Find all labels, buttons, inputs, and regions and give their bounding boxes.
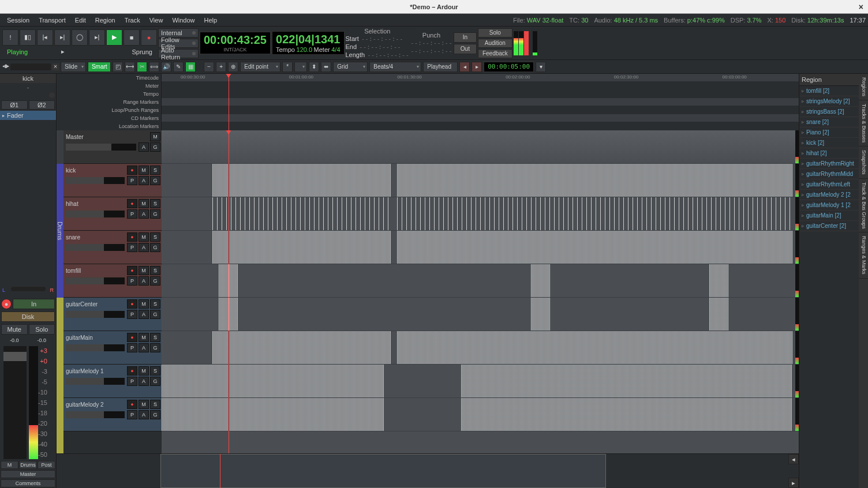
strip-in-button[interactable]: In <box>13 299 55 309</box>
gain-nudge-icon[interactable]: ◂▮▸ <box>2 63 9 70</box>
play-range-button[interactable]: ▸| <box>89 29 105 46</box>
track-auto[interactable]: A <box>139 176 149 185</box>
track-header-guitarCenter[interactable]: guitarCenter●MS PAG <box>63 298 162 331</box>
menu-track[interactable]: Track <box>120 17 145 24</box>
track-header-hihat[interactable]: hihat●MS PAG <box>63 197 162 231</box>
goto-end-button[interactable]: ▸| <box>54 29 70 46</box>
smart-mode-button[interactable]: Smart <box>88 62 111 72</box>
track-header-tomfill[interactable]: tomfill●MS PAG <box>63 264 162 298</box>
menu-edit[interactable]: Edit <box>70 17 91 24</box>
strip-mute-button[interactable]: Mute <box>1 324 28 335</box>
track-fader[interactable] <box>66 277 125 284</box>
ruler-label-tempo[interactable]: Tempo <box>57 90 159 98</box>
side-tab[interactable]: Regions <box>859 74 868 100</box>
punch-out-button[interactable]: Out <box>454 44 477 54</box>
track-auto[interactable]: A <box>139 343 149 352</box>
fader-slider[interactable] <box>3 346 27 459</box>
track-lane[interactable] <box>162 365 799 398</box>
track-fader[interactable] <box>66 144 136 151</box>
region-item[interactable]: Piano [2] <box>799 127 859 138</box>
ruler-label-loop[interactable]: Loop/Punch Ranges <box>57 106 159 114</box>
close-icon[interactable]: × <box>859 2 863 12</box>
region-list-header[interactable]: Region <box>799 74 859 86</box>
primary-clock[interactable]: 00:00:43:25 INT/JACK <box>200 32 271 54</box>
track-group[interactable]: G <box>150 243 160 252</box>
track-header-guitarMelody-2[interactable]: guitarMelody 2●MS PAG <box>63 398 162 431</box>
phase-2-button[interactable]: Ø2 <box>29 100 55 110</box>
menu-transport[interactable]: Transport <box>34 17 70 24</box>
menu-region[interactable]: Region <box>91 17 120 24</box>
draw-tool-button[interactable]: ✎ <box>173 62 184 72</box>
zoom-out-button[interactable]: − <box>204 62 214 72</box>
track-header-snare[interactable]: snare●MS PAG <box>63 231 162 264</box>
strip-solo-button[interactable]: Solo <box>29 324 55 335</box>
track-rec[interactable]: ● <box>127 199 137 208</box>
track-mute[interactable]: M <box>139 232 149 242</box>
menu-window[interactable]: Window <box>167 17 199 24</box>
edit-point-dropdown[interactable]: Edit point <box>240 62 280 72</box>
zoom-fit-button[interactable]: ⊕ <box>228 62 238 72</box>
track-group[interactable]: G <box>150 142 160 152</box>
auto-return-button[interactable]: Auto Return <box>158 49 199 58</box>
track-auto[interactable]: A <box>139 209 149 219</box>
track-mute[interactable]: M <box>139 333 149 342</box>
strip-close-button[interactable]: × <box>52 63 59 70</box>
stretch-tool-button[interactable]: ⟺ <box>149 62 159 72</box>
track-header-kick[interactable]: kick●MS PAG <box>63 164 162 197</box>
expand-tracks-button[interactable]: ⬍ <box>309 62 319 72</box>
track-playlist[interactable]: P <box>127 176 137 185</box>
track-solo[interactable]: S <box>150 400 160 409</box>
region-item[interactable]: guitarMelody 2 [2 <box>799 190 859 200</box>
side-tab[interactable]: Ranges & Marks <box>859 232 868 279</box>
nudge-forward-button[interactable]: ▸ <box>472 62 482 72</box>
track-playlist[interactable]: P <box>127 276 137 286</box>
track-mute[interactable]: M <box>139 266 149 275</box>
track-header-guitarMain[interactable]: guitarMain●MS PAG <box>63 331 162 365</box>
region-item[interactable]: tomfill [2] <box>799 86 859 96</box>
track-fader[interactable] <box>66 177 125 184</box>
track-canvas[interactable] <box>162 130 799 453</box>
track-lane[interactable] <box>162 331 799 365</box>
region-item[interactable]: guitarMelody 1 [2 <box>799 200 859 211</box>
zoom-in-button[interactable]: + <box>216 62 226 72</box>
track-solo[interactable]: S <box>150 333 160 342</box>
track-playlist[interactable]: P <box>127 209 137 219</box>
shrink-tracks-button[interactable]: ⬌ <box>321 62 331 72</box>
scroll-right-button[interactable]: ▸ <box>788 478 799 488</box>
track-lane[interactable] <box>162 298 799 331</box>
strip-record-button[interactable]: ● <box>1 299 12 309</box>
track-solo[interactable]: S <box>150 366 160 376</box>
ruler-label-cd[interactable]: CD Markers <box>57 114 159 122</box>
menu-help[interactable]: Help <box>200 17 222 24</box>
zoom-focus-dropdown[interactable]: Playhead <box>423 62 458 72</box>
track-solo[interactable]: S <box>150 232 160 242</box>
track-group[interactable]: G <box>150 377 160 386</box>
track-header-Master[interactable]: MasterM AG <box>63 130 162 164</box>
track-playlist[interactable]: P <box>127 410 137 419</box>
track-fader[interactable] <box>66 311 125 318</box>
track-group[interactable]: G <box>150 310 160 319</box>
audition-tool-button[interactable]: 🔊 <box>161 62 171 72</box>
track-group[interactable]: G <box>150 209 160 219</box>
edit-tool-button[interactable]: ▦ <box>185 62 196 72</box>
track-auto[interactable]: A <box>139 377 149 386</box>
track-playlist[interactable]: P <box>127 377 137 386</box>
shuttle-mode[interactable]: Sprung <box>132 48 152 55</box>
track-rec[interactable]: ● <box>127 400 137 409</box>
fader-tab[interactable]: Fader <box>0 111 56 120</box>
track-rec[interactable]: ● <box>127 366 137 376</box>
track-fader[interactable] <box>66 344 125 351</box>
gain-slider[interactable] <box>10 63 51 70</box>
track-auto[interactable]: A <box>139 310 149 319</box>
ruler-label-timecode[interactable]: Timecode <box>57 74 159 82</box>
region-item[interactable]: hihat [2] <box>799 148 859 159</box>
strip-track-name[interactable]: kick <box>0 74 56 83</box>
track-mute[interactable]: M <box>150 132 160 141</box>
secondary-clock[interactable]: 022|04|1341 Tempo 120.0 Meter 4/4 <box>272 31 345 55</box>
midi-panic-button[interactable]: ! <box>2 29 18 46</box>
strip-comments-button[interactable]: Comments <box>1 479 55 487</box>
strip-m-button[interactable]: M <box>1 461 18 469</box>
snap-to-dropdown[interactable]: Beats/4 <box>369 62 421 72</box>
track-solo[interactable]: S <box>150 299 160 309</box>
track-group[interactable]: G <box>150 276 160 286</box>
